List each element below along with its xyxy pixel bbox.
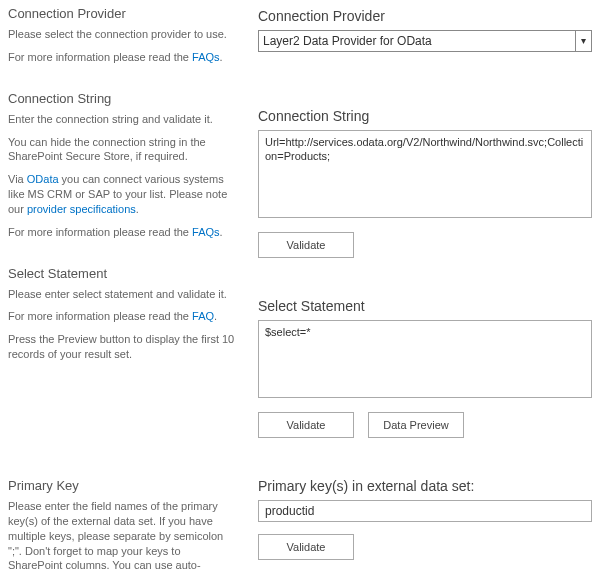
validate-select-button[interactable]: Validate: [258, 412, 354, 438]
validate-primary-key-button[interactable]: Validate: [258, 534, 354, 560]
help-heading: Select Statement: [8, 266, 238, 281]
help-heading: Connection Provider: [8, 6, 238, 21]
faqs-link[interactable]: FAQs: [192, 226, 220, 238]
field-select-statement: Select Statement Validate Data Preview: [258, 298, 592, 438]
field-connection-provider: Connection Provider Layer2 Data Provider…: [258, 8, 592, 52]
help-text: For more information please read the FAQ…: [8, 50, 238, 65]
help-text: For more information please read the FAQ…: [8, 225, 238, 240]
help-heading: Connection String: [8, 91, 238, 106]
help-text: Please enter select statement and valida…: [8, 287, 238, 302]
help-text-part: .: [136, 203, 139, 215]
help-text-part: For more information please read the: [8, 51, 192, 63]
chevron-down-icon: ▾: [575, 31, 591, 51]
field-primary-key: Primary key(s) in external data set: Val…: [258, 478, 592, 560]
form-column: Connection Provider Layer2 Data Provider…: [258, 6, 592, 576]
form-root: Connection Provider Please select the co…: [0, 0, 600, 576]
data-preview-button[interactable]: Data Preview: [368, 412, 464, 438]
help-text: You can hide the connection string in th…: [8, 135, 238, 165]
help-heading: Primary Key: [8, 478, 238, 493]
help-primary-key: Primary Key Please enter the field names…: [8, 478, 238, 576]
primary-key-input[interactable]: [258, 500, 592, 522]
help-connection-string: Connection String Enter the connection s…: [8, 91, 238, 240]
help-text-part: For more information please read the: [8, 226, 192, 238]
help-connection-provider: Connection Provider Please select the co…: [8, 6, 238, 65]
help-text-part: For more information please read the: [8, 310, 192, 322]
help-text: Please enter the field names of the prim…: [8, 499, 238, 576]
select-statement-textarea[interactable]: [258, 320, 592, 398]
field-label: Connection Provider: [258, 8, 592, 24]
help-select-statement: Select Statement Please enter select sta…: [8, 266, 238, 362]
help-text-part: .: [220, 51, 223, 63]
help-text-part: Via: [8, 173, 27, 185]
field-label: Connection String: [258, 108, 592, 124]
faqs-link[interactable]: FAQs: [192, 51, 220, 63]
connection-provider-select[interactable]: Layer2 Data Provider for OData ▾: [258, 30, 592, 52]
field-connection-string: Connection String Validate: [258, 108, 592, 258]
odata-link[interactable]: OData: [27, 173, 59, 185]
provider-specifications-link[interactable]: provider specifications: [27, 203, 136, 215]
help-text: Please select the connection provider to…: [8, 27, 238, 42]
field-label: Primary key(s) in external data set:: [258, 478, 592, 494]
validate-connection-button[interactable]: Validate: [258, 232, 354, 258]
help-text-part: .: [220, 226, 223, 238]
help-text-part: .: [214, 310, 217, 322]
help-text: Enter the connection string and validate…: [8, 112, 238, 127]
select-value: Layer2 Data Provider for OData: [263, 34, 432, 48]
help-text: Press the Preview button to display the …: [8, 332, 238, 362]
faq-link[interactable]: FAQ: [192, 310, 214, 322]
help-text: Via OData you can connect various system…: [8, 172, 238, 217]
help-text: For more information please read the FAQ…: [8, 309, 238, 324]
field-label: Select Statement: [258, 298, 592, 314]
help-column: Connection Provider Please select the co…: [8, 6, 258, 576]
connection-string-textarea[interactable]: [258, 130, 592, 218]
